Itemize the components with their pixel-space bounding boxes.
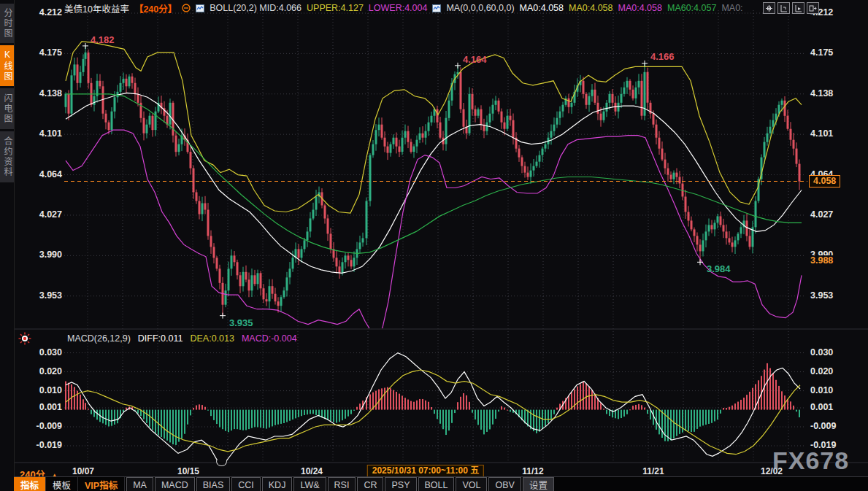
ma-params: MA(0,0,0,60,0,0) — [446, 3, 514, 13]
sidebar-item-label: K线图 — [2, 50, 12, 82]
svg-text:3.984: 3.984 — [707, 263, 731, 274]
macd-dea-value: DEA:0.013 — [190, 333, 234, 344]
price-chart-canvas[interactable]: 4.1824.1644.1663.9353.984 — [0, 0, 868, 491]
macd-axis-label-left: 0.001 — [28, 402, 62, 412]
toolbar-btn-cci[interactable]: CCI — [231, 477, 261, 491]
y-axis-zoom-icon[interactable] — [777, 2, 790, 14]
macd-axis-label-left: 0.010 — [28, 385, 62, 395]
ma60-value: MA60:4.057 — [667, 3, 716, 13]
symbol-title: 美债10年收益率 — [64, 1, 129, 15]
macd-axis-label-left: 0.020 — [28, 366, 62, 376]
toolbar-tab-vip-indicators[interactable]: VIP指标 — [78, 477, 125, 491]
indicator-header: 美债10年收益率 【240分】 BOLL(20,2) MID:4.066 UPP… — [64, 2, 743, 14]
sidebar-item-time-chart[interactable]: 分时图 — [0, 4, 14, 43]
x-axis-date: 10/15 — [177, 466, 199, 476]
x-axis-date-selected: 2025/10/31 07:00~11:00 五 — [367, 465, 484, 477]
toolbar-btn-cr[interactable]: CR — [357, 477, 383, 491]
macd-axis-label-left: -0.009 — [28, 421, 62, 431]
y-axis-label-left: 4.138 — [28, 88, 62, 98]
svg-text:3.935: 3.935 — [229, 317, 253, 328]
macd-params: MACD(26,12,9) — [67, 333, 131, 344]
chart-window-controls — [763, 2, 819, 14]
toolbar-tab-templates[interactable]: 模板 — [46, 477, 78, 491]
y-axis-label-left: 4.175 — [28, 47, 62, 58]
sidebar-item-label: 分时图 — [2, 8, 12, 39]
y-axis-label-right: 4.175 — [810, 47, 854, 58]
indicator-toolbar: 指标 模板 VIP指标 MA MACD BIAS CCI KDJ LW& RSI… — [14, 476, 868, 491]
toolbar-btn-kdj[interactable]: KDJ — [262, 477, 293, 491]
macd-axis-label-right: 0.020 — [810, 366, 854, 376]
macd-header: MACD(26,12,9) DIFF:0.011 DEA:0.013 MACD:… — [67, 333, 297, 344]
y-axis-label-left: 4.027 — [28, 209, 62, 220]
y-axis-label-right: 4.101 — [810, 128, 854, 139]
toolbar-btn-psy[interactable]: PSY — [385, 477, 416, 491]
toolbar-btn-ma[interactable]: MA — [126, 477, 153, 491]
sidebar-item-contract-info[interactable]: 合约资料 — [0, 131, 14, 182]
ma0-empty-value: MA0: — [721, 3, 742, 13]
y-axis-label-left: 3.953 — [28, 290, 62, 301]
x-axis-date: 11/21 — [642, 466, 664, 476]
toolbar-btn-settings[interactable]: 设置 — [523, 477, 554, 491]
y-axis-label-left: 4.212 — [28, 7, 62, 18]
x-axis-date: 11/12 — [522, 466, 543, 476]
y-axis-label-right: 4.138 — [810, 88, 854, 98]
boll-lower-value: LOWER:4.004 — [369, 3, 428, 13]
collapse-minus-icon[interactable] — [182, 4, 191, 12]
prev-settle-marker: 3.988 — [810, 255, 833, 266]
trading-app-window: 4.1824.1644.1663.9353.984 分时图 K线图 闪电图 合约… — [0, 0, 868, 491]
ma0-yellow-value: MA0:4.058 — [569, 3, 612, 13]
toolbar-btn-rsi[interactable]: RSI — [328, 477, 356, 491]
boll-upper-value: UPPER:4.127 — [307, 3, 364, 13]
macd-axis-label-left: -0.019 — [28, 440, 62, 450]
y-axis-label-right: 4.027 — [810, 209, 854, 220]
sidebar-item-label: 闪电图 — [2, 93, 12, 124]
y-axis-label-left: 4.064 — [28, 169, 62, 179]
svg-text:4.166: 4.166 — [650, 51, 675, 62]
x-axis-zoom-icon[interactable] — [792, 2, 804, 14]
svg-text:4.164: 4.164 — [463, 54, 487, 65]
sidebar-item-kline-chart[interactable]: K线图 — [0, 45, 14, 86]
macd-axis-label-right: 0.030 — [810, 347, 854, 357]
toolbar-btn-macd[interactable]: MACD — [155, 477, 195, 491]
move-crosshair-icon[interactable] — [763, 2, 775, 14]
sidebar-item-lightning-chart[interactable]: 闪电图 — [0, 88, 14, 129]
toolbar-btn-boll[interactable]: BOLL — [418, 477, 455, 491]
macd-axis-label-right: -0.009 — [810, 421, 854, 431]
current-price-badge: 4.058 — [809, 175, 840, 187]
x-axis-date: 10/07 — [72, 466, 94, 476]
toolbar-btn-obv[interactable]: OBV — [488, 477, 521, 491]
y-axis-label-right: 3.953 — [810, 290, 854, 301]
period-label[interactable]: 【240分】 — [134, 1, 177, 15]
ma0-white-value: MA0:4.058 — [520, 3, 564, 13]
macd-value: MACD:-0.004 — [242, 333, 297, 344]
toolbar-btn-lw[interactable]: LW& — [293, 477, 326, 491]
toolbar-tab-indicators[interactable]: 指标 — [14, 477, 46, 491]
macd-axis-label-right: -0.019 — [810, 440, 854, 450]
y-axis-label-left: 3.990 — [28, 250, 62, 260]
x-axis-date: 12/02 — [761, 466, 783, 476]
sidebar-item-label: 合约资料 — [2, 136, 12, 177]
pane-expand-icon[interactable] — [807, 2, 819, 14]
toolbar-btn-vol[interactable]: VOL — [456, 477, 487, 491]
chart-type-sidebar: 分时图 K线图 闪电图 合约资料 — [0, 0, 15, 491]
boll-indicator-icon[interactable] — [196, 4, 204, 12]
x-axis-date: 10/24 — [301, 466, 323, 476]
svg-text:4.182: 4.182 — [91, 34, 115, 45]
boll-values: BOLL(20,2) MID:4.066 — [210, 3, 302, 13]
macd-axis-label-right: 0.001 — [810, 402, 854, 412]
ma0-magenta-value: MA0:4.058 — [618, 3, 662, 13]
y-axis-label-left: 4.101 — [28, 128, 62, 139]
macd-axis-label-left: 0.030 — [28, 347, 62, 357]
macd-axis-label-right: 0.010 — [810, 385, 854, 395]
toolbar-btn-bias[interactable]: BIAS — [196, 477, 231, 491]
live-alert-icon[interactable] — [18, 332, 31, 345]
ma-indicator-icon[interactable] — [432, 4, 441, 12]
macd-diff-value: DIFF:0.011 — [138, 333, 183, 344]
